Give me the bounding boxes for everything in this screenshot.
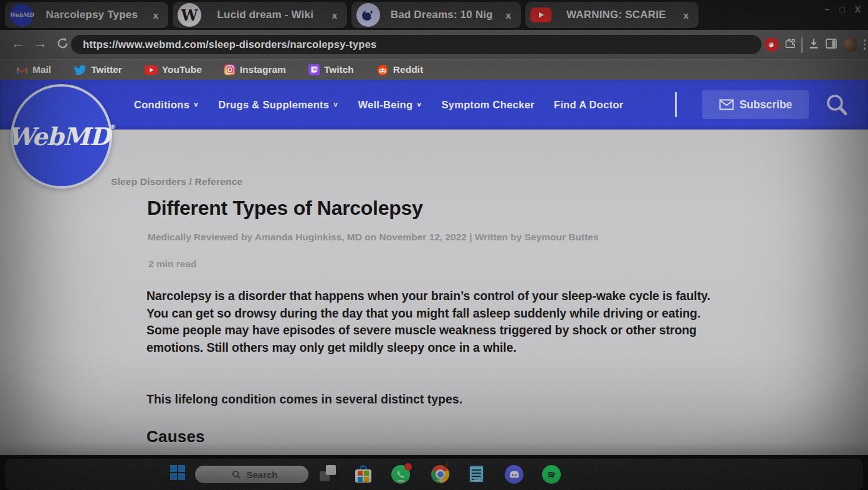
reload-button[interactable] <box>56 37 69 54</box>
windows-start-button[interactable] <box>170 465 185 480</box>
moon-favicon <box>356 3 380 27</box>
webmd-favicon: WebMD <box>10 4 33 27</box>
tab-warning-scarie[interactable]: WARNING: SCARIE x <box>525 2 699 28</box>
running-indicator <box>473 479 480 481</box>
task-view-button[interactable] <box>320 465 336 481</box>
read-time: 2 min read <box>148 258 197 270</box>
bookmark-twitter[interactable]: Twitter <box>74 64 122 75</box>
nav-find-a-doctor[interactable]: Find A Doctor <box>554 99 624 111</box>
tab-bad-dreams[interactable]: Bad Dreams: 10 Nig x <box>351 2 521 28</box>
bookmark-twitch[interactable]: Twitch <box>308 64 354 76</box>
toolbar-divider <box>801 37 803 53</box>
gmail-icon <box>16 65 28 75</box>
discord-button[interactable] <box>505 465 523 484</box>
browser-tab-bar: WebMD Narcolepsy Types x W Lucid dream -… <box>0 0 868 30</box>
nav-symptom-checker[interactable]: Symptom Checker <box>441 99 534 111</box>
whatsapp-button[interactable] <box>391 465 410 484</box>
bookmark-reddit[interactable]: Reddit <box>376 64 423 76</box>
window-controls: – □ X <box>824 4 861 14</box>
webmd-logo[interactable]: WebMD® <box>11 84 112 189</box>
browser-toolbar: ← → https://www.webmd.com/sleep-disorder… <box>0 30 868 59</box>
tab-close-icon[interactable]: x <box>684 10 689 21</box>
nav-drugs-supplements[interactable]: Drugs & Supplements∨ <box>218 99 338 111</box>
nav-well-being[interactable]: Well-Being∨ <box>358 99 422 111</box>
twitch-icon <box>308 64 320 76</box>
webmd-nav-bar: Conditions∨ Drugs & Supplements∨ Well-Be… <box>0 80 868 130</box>
search-icon <box>232 470 241 479</box>
adblock-icon[interactable] <box>765 37 779 52</box>
spotify-icon <box>542 465 561 484</box>
discord-icon <box>505 465 523 484</box>
tab-close-icon[interactable]: x <box>332 10 337 21</box>
breadcrumb[interactable]: Sleep Disorders / Reference <box>111 176 242 187</box>
close-window-button[interactable]: X <box>855 4 861 14</box>
forward-button[interactable]: → <box>34 35 47 52</box>
spotify-button[interactable] <box>542 465 561 484</box>
tab-title: WARNING: SCARIE <box>551 9 681 21</box>
bookmark-mail[interactable]: Mail <box>16 64 51 75</box>
envelope-icon <box>719 99 734 110</box>
twitter-icon <box>74 64 87 75</box>
address-bar[interactable]: https://www.webmd.com/sleep-disorders/na… <box>71 35 761 54</box>
tab-title: Narcolepsy Types <box>33 9 151 21</box>
extensions-icon[interactable] <box>784 37 796 52</box>
minimize-button[interactable]: – <box>824 4 829 14</box>
microsoft-store-icon <box>355 465 371 483</box>
youtube-icon <box>145 65 158 75</box>
screen: WebMD Narcolepsy Types x W Lucid dream -… <box>0 0 868 490</box>
chrome-pen-decoration <box>444 461 449 468</box>
bookmarks-bar: Mail Twitter YouTube <box>0 59 868 80</box>
section-heading-causes: Causes <box>146 427 205 446</box>
wikipedia-favicon: W <box>178 3 201 27</box>
youtube-favicon <box>530 7 551 22</box>
windows-logo-icon <box>170 465 185 480</box>
profile-avatar[interactable] <box>842 37 857 52</box>
article-paragraph: This lifelong condition comes in several… <box>146 392 712 407</box>
tab-lucid-dream-wiki[interactable]: W Lucid dream - Wiki x <box>173 2 347 28</box>
reddit-icon <box>376 64 389 76</box>
tab-title: Lucid dream - Wiki <box>201 9 330 21</box>
search-label: Search <box>246 469 277 480</box>
downloads-icon[interactable] <box>808 37 820 52</box>
toolbar-right-icons <box>765 30 866 59</box>
page-content: Sleep Disorders / Reference Different Ty… <box>0 130 868 455</box>
registered-mark: ® <box>110 123 115 130</box>
bookmark-instagram[interactable]: Instagram <box>224 64 286 75</box>
chevron-down-icon: ∨ <box>193 101 199 108</box>
side-panel-icon[interactable] <box>825 37 837 52</box>
notification-badge <box>404 463 412 471</box>
bookmark-youtube[interactable]: YouTube <box>145 64 202 75</box>
tab-close-icon[interactable]: x <box>506 10 511 21</box>
taskbar-search[interactable]: Search <box>195 466 308 483</box>
article-byline: Medically Reviewed by Amanda Huginkiss, … <box>148 232 599 243</box>
nav-conditions[interactable]: Conditions∨ <box>134 99 199 111</box>
task-view-icon <box>320 465 336 481</box>
chevron-down-icon: ∨ <box>416 101 422 108</box>
windows-taskbar: Search <box>5 459 863 490</box>
chrome-button[interactable] <box>431 465 449 483</box>
url-text: https://www.webmd.com/sleep-disorders/na… <box>83 39 376 50</box>
running-indicator <box>398 480 404 482</box>
nav-divider <box>675 92 677 117</box>
maximize-button[interactable]: □ <box>839 4 844 14</box>
page-title: Different Types of Narcolepsy <box>147 197 422 220</box>
instagram-icon <box>224 64 236 75</box>
running-indicator <box>437 479 444 481</box>
subscribe-button[interactable]: Subscribe <box>702 90 809 119</box>
chevron-down-icon: ∨ <box>333 101 338 108</box>
browser-menu-icon[interactable] <box>864 39 866 50</box>
microsoft-store-button[interactable] <box>355 465 371 483</box>
article-paragraph: Narcolepsy is a disorder that happens wh… <box>146 288 712 356</box>
tab-close-icon[interactable]: x <box>153 10 158 21</box>
tab-narcolepsy-types[interactable]: WebMD Narcolepsy Types x <box>5 2 168 28</box>
back-button[interactable]: ← <box>11 35 25 52</box>
notepad-button[interactable] <box>469 465 484 483</box>
tab-title: Bad Dreams: 10 Nig <box>380 9 503 21</box>
search-icon[interactable] <box>824 92 850 121</box>
